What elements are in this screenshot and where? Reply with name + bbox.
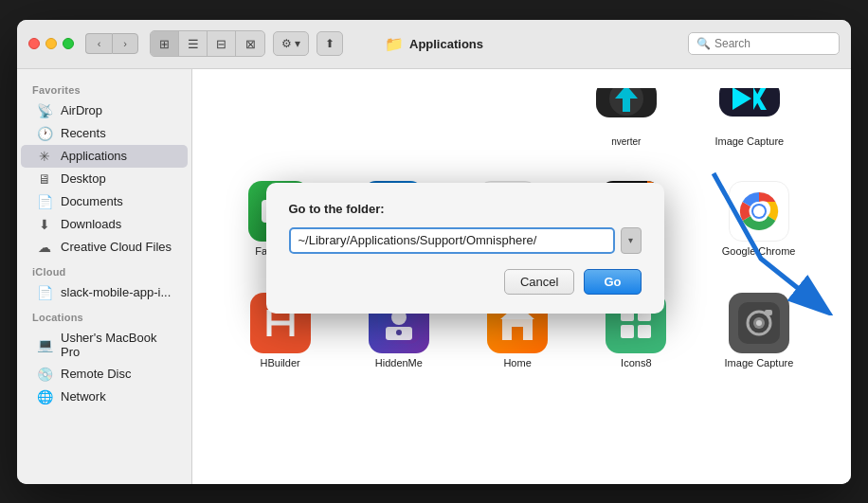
sidebar-label-creative-cloud: Creative Cloud Files [61, 240, 172, 254]
network-icon: 🌐 [36, 389, 53, 404]
svg-rect-39 [765, 310, 772, 315]
sidebar-label-desktop: Desktop [61, 171, 106, 186]
content-area: Favorites 📡 AirDrop 🕐 Recents ✳ Applicat… [17, 69, 851, 484]
sidebar-label-documents: Documents [61, 194, 123, 208]
maximize-button[interactable] [63, 38, 74, 49]
sidebar-label-network: Network [61, 389, 106, 404]
app-converter[interactable]: nverter [592, 88, 660, 154]
window-title: 📁 Applications [385, 35, 483, 53]
svg-point-38 [756, 320, 762, 326]
recents-icon: 🕐 [36, 126, 53, 141]
app-chrome-label: Google Chrome [722, 245, 796, 257]
back-button[interactable]: ‹ [85, 33, 112, 54]
svg-point-18 [753, 206, 765, 217]
dialog-input-row: ▾ [289, 227, 642, 254]
search-input[interactable] [714, 37, 831, 50]
app-divx[interactable]: Image Capture [711, 88, 787, 154]
sidebar-item-remote-disc[interactable]: 💿 Remote Disc [21, 363, 188, 386]
macbook-icon: 💻 [36, 337, 53, 352]
go-button[interactable]: Go [584, 269, 641, 295]
nav-buttons: ‹ › [85, 33, 138, 54]
app-chrome[interactable]: Google Chrome [718, 173, 800, 276]
sidebar-label-downloads: Downloads [61, 217, 121, 231]
app-hiddenme-label: HiddenMe [375, 357, 423, 368]
view-group: ⊞ ☰ ⊟ ⊠ [150, 30, 265, 57]
list-view-btn[interactable]: ☰ [179, 31, 208, 56]
app-converter-label: nverter [611, 136, 641, 147]
minimize-button[interactable] [45, 38, 57, 49]
action-button[interactable]: ⚙ ▾ [273, 31, 309, 56]
forward-button[interactable]: › [112, 33, 138, 54]
sidebar-label-slack: slack-mobile-app-i... [61, 285, 171, 299]
folder-path-input[interactable] [289, 227, 615, 254]
sidebar-item-recents[interactable]: 🕐 Recents [21, 122, 188, 145]
icon-view-btn[interactable]: ⊞ [151, 31, 179, 56]
locations-label: Locations [17, 304, 191, 327]
goto-folder-dialog: Go to the folder: ▾ Cancel Go [266, 183, 664, 314]
sidebar-label-airdrop: AirDrop [61, 103, 102, 117]
documents-icon: 📄 [36, 194, 53, 209]
sidebar-item-creative-cloud[interactable]: ☁ Creative Cloud Files [21, 236, 188, 259]
svg-marker-2 [732, 88, 751, 110]
app-icons8-label: Icons8 [621, 357, 651, 368]
titlebar: ‹ › ⊞ ☰ ⊟ ⊠ ⚙ ▾ ⬆ 📁 Applications 🔍 [17, 20, 851, 69]
sidebar-item-network[interactable]: 🌐 Network [21, 386, 188, 408]
downloads-icon: ⬇ [36, 217, 53, 232]
sidebar-item-applications[interactable]: ✳ Applications [21, 145, 188, 168]
title-text: Applications [409, 37, 483, 51]
slack-file-icon: 📄 [36, 285, 53, 300]
finder-window: ‹ › ⊞ ☰ ⊟ ⊠ ⚙ ▾ ⬆ 📁 Applications 🔍 Favor… [17, 20, 851, 484]
desktop-icon: 🖥 [36, 171, 53, 187]
traffic-lights [28, 38, 74, 49]
sidebar-item-desktop[interactable]: 🖥 Desktop [21, 168, 188, 190]
folder-icon: 📁 [385, 35, 404, 53]
file-area: nverter Image Capture [192, 69, 851, 484]
sidebar-label-applications: Applications [61, 149, 127, 163]
sidebar-item-slack[interactable]: 📄 slack-mobile-app-i... [21, 281, 188, 304]
dialog-buttons: Cancel Go [289, 269, 642, 295]
applications-icon: ✳ [36, 149, 53, 164]
app-imagecapture[interactable]: Image Capture [721, 285, 798, 376]
sidebar-item-airdrop[interactable]: 📡 AirDrop [21, 99, 188, 122]
sidebar-label-recents: Recents [61, 126, 106, 140]
svg-point-26 [396, 330, 402, 335]
icloud-label: iCloud [17, 259, 191, 281]
remote-disc-icon: 💿 [36, 367, 53, 382]
cancel-button[interactable]: Cancel [504, 269, 574, 295]
svg-rect-28 [512, 327, 523, 340]
sidebar-label-macbook: Usher's MacBook Pro [61, 331, 172, 359]
airdrop-icon: 📡 [36, 103, 53, 118]
app-divx-label: Image Capture [714, 135, 784, 147]
partial-top-row: nverter Image Capture [211, 88, 832, 154]
sidebar-item-downloads[interactable]: ⬇ Downloads [21, 213, 188, 236]
search-box[interactable]: 🔍 [688, 32, 840, 55]
close-button[interactable] [28, 38, 40, 49]
sidebar-item-documents[interactable]: 📄 Documents [21, 190, 188, 213]
svg-marker-3 [753, 88, 767, 110]
sidebar-item-macbook[interactable]: 💻 Usher's MacBook Pro [21, 327, 188, 363]
partial-icons: nverter Image Capture [567, 88, 813, 154]
app-imagecapture-label: Image Capture [725, 357, 794, 368]
favorites-label: Favorites [17, 77, 191, 99]
dialog-title: Go to the folder: [289, 202, 642, 216]
svg-rect-33 [621, 325, 634, 338]
share-button[interactable]: ⬆ [316, 31, 343, 56]
sidebar: Favorites 📡 AirDrop 🕐 Recents ✳ Applicat… [17, 69, 192, 484]
column-view-btn[interactable]: ⊟ [208, 31, 236, 56]
creative-cloud-icon: ☁ [36, 240, 53, 255]
dropdown-arrow-button[interactable]: ▾ [621, 227, 642, 254]
gallery-view-btn[interactable]: ⊠ [236, 31, 264, 56]
app-home-label: Home [503, 357, 531, 368]
sidebar-label-remote-disc: Remote Disc [61, 367, 131, 381]
search-icon: 🔍 [696, 37, 711, 50]
svg-rect-34 [638, 325, 651, 338]
app-hbuilder-label: HBuilder [261, 357, 300, 368]
